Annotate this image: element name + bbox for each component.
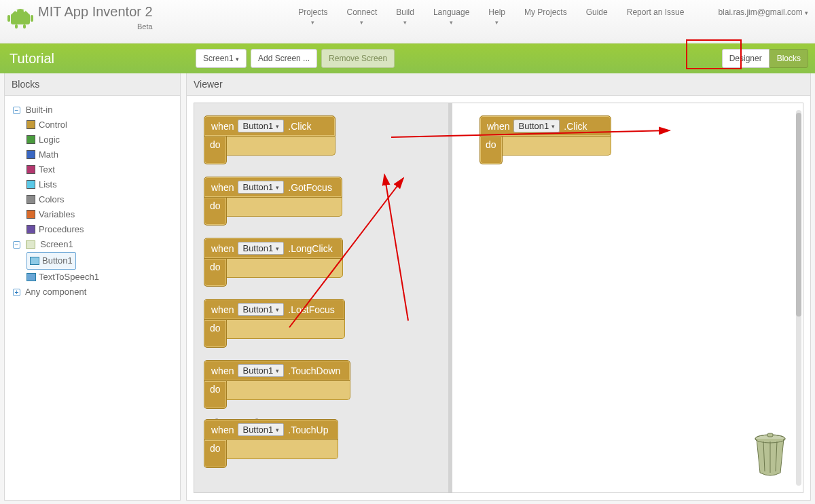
cat-text[interactable]: Text bbox=[26, 162, 175, 177]
kw-do: do bbox=[210, 323, 221, 334]
blocks-button[interactable]: Blocks bbox=[769, 49, 808, 68]
cat-lists[interactable]: Lists bbox=[26, 177, 175, 192]
menu-projects[interactable]: Projects▾ bbox=[298, 7, 327, 27]
block-slot[interactable] bbox=[227, 137, 336, 156]
chevron-down-icon: ▾ bbox=[805, 10, 808, 16]
kw-do: do bbox=[210, 443, 221, 454]
component-dropdown[interactable]: Button1 ▾ bbox=[238, 120, 284, 132]
palette-event-block[interactable]: when Button1 ▾ .TouchUpdo bbox=[204, 419, 338, 468]
block-slot[interactable] bbox=[227, 320, 345, 339]
viewer-canvas: when Button1 ▾ .Clickdowhen Button1 ▾ .G… bbox=[194, 103, 803, 493]
chevron-down-icon: ▾ bbox=[495, 19, 499, 26]
block-slot[interactable] bbox=[503, 137, 611, 156]
menu-build[interactable]: Build▾ bbox=[396, 7, 414, 27]
block-slot[interactable] bbox=[227, 259, 343, 278]
chevron-down-icon: ▾ bbox=[276, 184, 279, 191]
screen-dropdown[interactable]: Screen1 ▾ bbox=[196, 49, 247, 68]
cat-logic[interactable]: Logic bbox=[26, 132, 175, 147]
chevron-down-icon: ▾ bbox=[276, 123, 279, 130]
kw-do: do bbox=[210, 200, 221, 211]
kw-do: do bbox=[210, 262, 221, 272]
block-workspace[interactable]: when Button1▾ .Click do bbox=[452, 103, 803, 492]
event-name: .Click bbox=[564, 121, 587, 132]
chevron-down-icon: ▾ bbox=[551, 123, 555, 130]
chevron-down-icon: ▾ bbox=[276, 427, 279, 433]
event-name: .GotFocus bbox=[288, 182, 332, 193]
chevron-down-icon: ▾ bbox=[403, 19, 407, 26]
collapse-icon[interactable]: − bbox=[13, 107, 20, 114]
chevron-down-icon: ▾ bbox=[276, 306, 279, 313]
block-palette[interactable]: when Button1 ▾ .Clickdowhen Button1 ▾ .G… bbox=[194, 103, 452, 492]
cat-variables[interactable]: Variables bbox=[26, 207, 175, 222]
svg-rect-0 bbox=[11, 14, 30, 24]
palette-event-block[interactable]: when Button1 ▾ .Clickdo bbox=[204, 115, 336, 164]
event-name: .LongClick bbox=[288, 243, 332, 254]
screen-icon bbox=[26, 240, 35, 249]
tree-builtin[interactable]: − Built-in Control Logic Math Text Lists… bbox=[13, 103, 175, 237]
cat-control[interactable]: Control bbox=[26, 118, 175, 132]
viewer-title: Viewer bbox=[187, 73, 810, 96]
event-name: .Click bbox=[288, 121, 311, 132]
menu-report-issue[interactable]: Report an Issue bbox=[627, 7, 685, 17]
palette-event-block[interactable]: when Button1 ▾ .LostFocusdo bbox=[204, 299, 345, 348]
palette-event-block[interactable]: when Button1 ▾ .GotFocusdo bbox=[204, 177, 342, 226]
kw-do: do bbox=[486, 139, 496, 150]
expand-icon[interactable]: + bbox=[13, 289, 20, 296]
placed-event-block[interactable]: when Button1▾ .Click do bbox=[479, 115, 611, 164]
menu-guide[interactable]: Guide bbox=[586, 7, 608, 17]
component-button1[interactable]: Button1 bbox=[26, 252, 175, 270]
component-tts[interactable]: TextToSpeech1 bbox=[26, 270, 175, 285]
cat-procedures[interactable]: Procedures bbox=[26, 222, 175, 237]
app-sub: Beta bbox=[39, 22, 153, 31]
main-area: Blocks − Built-in Control Logic Math Tex… bbox=[0, 73, 815, 501]
kw-when: when bbox=[211, 365, 234, 376]
kw-when: when bbox=[211, 425, 234, 435]
kw-when: when bbox=[211, 121, 234, 132]
button-icon bbox=[30, 257, 39, 265]
svg-point-4 bbox=[24, 10, 26, 12]
component-dropdown[interactable]: Button1 ▾ bbox=[238, 364, 284, 377]
trashcan[interactable] bbox=[750, 431, 791, 480]
kw-do: do bbox=[210, 384, 221, 395]
top-header: MIT App Inventor 2 Beta Projects▾ Connec… bbox=[0, 0, 815, 43]
collapse-icon[interactable]: − bbox=[13, 241, 20, 249]
menu-connect[interactable]: Connect▾ bbox=[347, 7, 378, 27]
menu-help[interactable]: Help▾ bbox=[488, 7, 505, 27]
block-slot[interactable] bbox=[227, 381, 350, 400]
component-dropdown[interactable]: Button1 ▾ bbox=[238, 181, 284, 194]
add-screen-button[interactable]: Add Screen ... bbox=[251, 49, 317, 68]
svg-rect-12 bbox=[767, 433, 773, 437]
tree-screen1[interactable]: − Screen1 Button1 TextToSpeech1 bbox=[13, 237, 175, 285]
kw-when: when bbox=[211, 243, 234, 254]
component-dropdown[interactable]: Button1 ▾ bbox=[238, 303, 284, 316]
chevron-down-icon: ▾ bbox=[360, 19, 363, 26]
green-toolbar: Tutorial Screen1 ▾ Add Screen ... Remove… bbox=[0, 43, 815, 73]
menu-language[interactable]: Language▾ bbox=[433, 7, 469, 27]
view-toggle: Designer Blocks bbox=[722, 49, 808, 68]
tree-any-component[interactable]: + Any component bbox=[13, 285, 175, 300]
component-dropdown[interactable]: Button1▾ bbox=[513, 120, 560, 132]
sidebar-title: Blocks bbox=[5, 73, 180, 96]
cat-math[interactable]: Math bbox=[26, 147, 175, 162]
user-email[interactable]: blai.ras.jim@gmail.com ▾ bbox=[718, 7, 808, 17]
block-slot[interactable] bbox=[227, 198, 342, 217]
designer-button[interactable]: Designer bbox=[722, 49, 769, 68]
palette-event-block[interactable]: when Button1 ▾ .TouchDowndo bbox=[204, 360, 350, 409]
event-name: .LostFocus bbox=[288, 304, 334, 315]
component-dropdown[interactable]: Button1 ▾ bbox=[238, 423, 284, 436]
blocks-sidebar: Blocks − Built-in Control Logic Math Tex… bbox=[4, 73, 181, 501]
block-slot[interactable] bbox=[227, 440, 338, 459]
android-icon bbox=[7, 7, 34, 29]
remove-screen-button: Remove Screen bbox=[321, 49, 395, 68]
menu-my-projects[interactable]: My Projects bbox=[524, 7, 567, 17]
chevron-down-icon: ▾ bbox=[450, 19, 453, 26]
kw-when: when bbox=[211, 304, 234, 315]
chevron-down-icon: ▾ bbox=[276, 245, 279, 252]
cat-colors[interactable]: Colors bbox=[26, 192, 175, 207]
svg-rect-5 bbox=[15, 24, 18, 29]
palette-event-block[interactable]: when Button1 ▾ .LongClickdo bbox=[204, 238, 343, 287]
kw-when: when bbox=[487, 121, 509, 132]
workspace-scrollbar[interactable] bbox=[796, 110, 801, 486]
event-name: .TouchDown bbox=[288, 365, 340, 376]
component-dropdown[interactable]: Button1 ▾ bbox=[238, 242, 284, 255]
